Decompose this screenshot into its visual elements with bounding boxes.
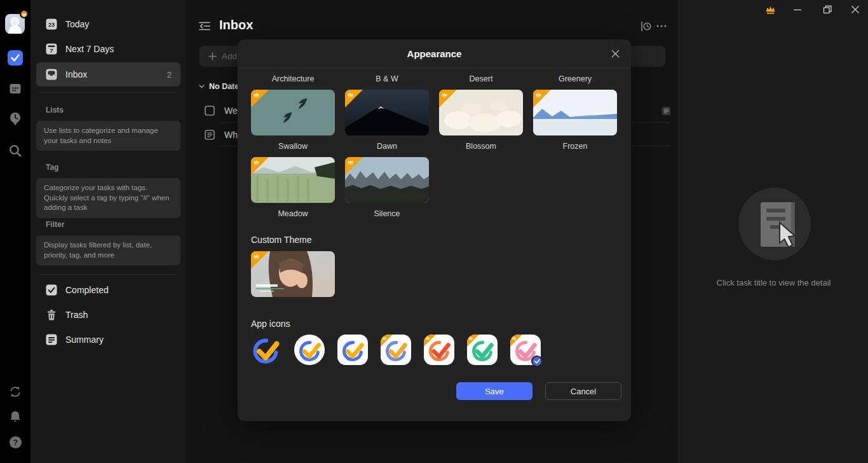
crown-icon [253,159,260,165]
dialog-body: Architecture B & W Desert Greenery [238,74,631,400]
sidebar-item-next-7-days[interactable]: 7 Next 7 Days [36,37,180,61]
crown-icon [347,159,354,165]
theme-thumbnail[interactable] [345,157,429,203]
svg-text:7: 7 [50,47,53,54]
filter-hint-box: Display tasks filtered by list, date, pr… [36,235,180,265]
tasks-nav-icon[interactable] [8,50,23,66]
save-button[interactable]: Save [456,382,532,400]
section-header-lists: Lists [46,106,64,114]
section-header-filter: Filter [46,220,64,229]
task-checkbox[interactable] [205,106,215,116]
premium-crown-icon[interactable] [761,0,780,19]
group-header-no-date[interactable]: No Date [199,82,239,91]
sync-icon[interactable] [8,384,23,399]
custom-theme-heading: Custom Theme [251,235,618,245]
sidebar-item-label: Today [65,19,180,29]
note-item-icon[interactable] [205,130,215,140]
theme-meadow[interactable]: Meadow [251,157,335,218]
inbox-count-badge: 2 [167,70,172,79]
app-icons-heading: App icons [251,319,618,329]
theme-blossom[interactable]: Blossom [439,90,523,151]
theme-name: Meadow [251,209,335,218]
summary-doc-icon [46,334,57,345]
sidebar-divider [38,92,178,93]
sidebar-item-label: Completed [65,285,180,295]
theme-silence[interactable]: Silence [345,157,429,218]
sidebar-divider [38,274,178,275]
selected-check-badge [531,356,543,367]
empty-state-illustration [738,187,811,261]
crown-icon [468,336,473,340]
app-icon-orange[interactable] [424,335,454,365]
theme-label[interactable]: Desert [439,74,523,83]
trash-icon [46,309,57,321]
sidebar-item-trash[interactable]: Trash [36,303,180,327]
app-icon-white-circle[interactable] [294,335,325,365]
lists-hint-box: Use lists to categorize and manage your … [36,121,180,151]
dialog-title: Appearance [407,48,462,59]
dialog-header: Appearance [238,39,631,68]
theme-dawn[interactable]: Dawn [345,90,429,151]
calendar-nav-icon[interactable] [8,81,23,96]
app-icon-pink[interactable] [510,335,541,365]
dialog-actions: Save Cancel [251,382,621,400]
theme-thumbnail[interactable] [345,90,429,135]
theme-name: Swallow [251,142,335,151]
app-icon-periwinkle[interactable] [381,335,411,365]
sidebar-item-completed[interactable]: Completed [36,278,180,302]
custom-theme-thumbnail[interactable] [251,251,335,297]
theme-thumbnail[interactable] [251,90,335,135]
page-title: Inbox [219,18,253,32]
theme-frozen[interactable]: Frozen [533,90,617,151]
theme-thumbnail[interactable] [251,157,335,203]
minimize-button[interactable] [788,0,807,19]
theme-thumbnail[interactable] [533,90,617,135]
today-calendar-icon: 23 [46,18,57,30]
section-header-tag: Tag [46,163,58,172]
theme-swallow[interactable]: Swallow [251,90,335,151]
tag-hint-box: Categorize your tasks with tags. Quickly… [36,178,180,218]
maximize-restore-button[interactable] [818,0,837,19]
sort-icon[interactable] [641,21,652,31]
theme-label-row: Architecture B & W Desert Greenery [251,74,618,83]
sidebar-item-inbox[interactable]: Inbox 2 [36,62,180,86]
theme-name: Frozen [533,142,617,151]
crown-icon [253,253,260,259]
avatar-premium-badge [20,10,29,18]
search-nav-icon[interactable] [8,143,23,158]
sidebar-item-label: Next 7 Days [65,44,180,54]
theme-grid-row: Swallow Dawn [251,90,618,151]
theme-name: Dawn [345,142,429,151]
help-icon[interactable]: ? [8,434,23,450]
theme-name: Silence [345,209,429,218]
theme-label[interactable]: Greenery [533,74,617,83]
focus-clock-nav-icon[interactable] [8,111,23,127]
crown-icon [535,92,542,97]
sidebar: 23 Today 7 Next 7 Days Inbox 2 Lists Use… [31,0,186,463]
task-note-icon[interactable] [661,106,671,116]
completed-check-icon [46,284,57,296]
notifications-bell-icon[interactable] [8,409,23,424]
sidebar-item-summary[interactable]: Summary [36,328,180,352]
theme-thumbnail[interactable] [439,90,523,135]
svg-text:23: 23 [48,22,55,28]
cancel-button[interactable]: Cancel [545,382,621,400]
app-icon-white-square[interactable] [337,335,368,365]
theme-label[interactable]: Architecture [251,74,335,83]
theme-name: Blossom [439,142,523,151]
crown-icon [347,92,354,97]
crown-icon [382,336,387,340]
close-dialog-button[interactable] [609,48,621,59]
help-glyph: ? [13,438,17,447]
crown-icon [253,92,260,97]
theme-label[interactable]: B & W [345,74,429,83]
sidebar-item-today[interactable]: 23 Today [36,12,180,36]
app-icon-green[interactable] [467,335,498,365]
theme-grid-row: Meadow Silence [251,157,618,218]
crown-icon [441,92,448,97]
app-icon-classic[interactable] [251,335,281,365]
more-options-icon[interactable] [656,21,667,31]
close-window-button[interactable] [846,0,865,19]
collapse-sidebar-icon[interactable] [199,21,210,31]
task-detail-panel: Click task title to view the detail [679,0,868,463]
